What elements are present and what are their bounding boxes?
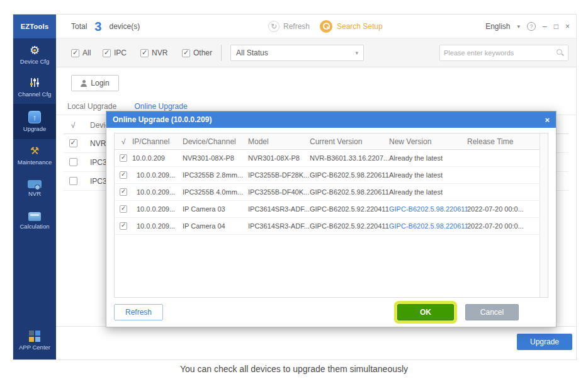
- table-row[interactable]: 10.0.0.209 NVR301-08X-P8 NVR301-08X-P8 N…: [115, 150, 548, 167]
- select-all-header[interactable]: √: [64, 121, 82, 130]
- ip-cell: 10.0.0.209...: [132, 205, 183, 213]
- device-cell: IP Camera 04: [183, 222, 248, 230]
- upgrade-table: √ IP/Channel Device/Channel Model Curren…: [114, 133, 548, 298]
- top-bar: EZTools Total 3 device(s) ↻ Refresh Sear…: [13, 14, 576, 38]
- ip-cell: 10.0.0.209...: [132, 171, 183, 179]
- status-dropdown[interactable]: All Status ▾: [230, 45, 364, 61]
- new-version-cell: Already the latest: [389, 188, 467, 196]
- ok-button[interactable]: OK: [397, 304, 454, 320]
- checkbox-icon[interactable]: [71, 49, 79, 57]
- sidebar-item-label: Device Cfg: [20, 58, 49, 65]
- ip-cell: 10.0.0.209...: [132, 222, 183, 230]
- divider: [221, 45, 222, 61]
- checkbox-icon[interactable]: [140, 49, 149, 57]
- table-row[interactable]: 10.0.0.209... IP Camera 03 IPC3614SR3-AD…: [115, 201, 548, 218]
- model-cell: NVR301-08X-P8: [248, 154, 310, 162]
- sidebar-item-nvr[interactable]: NVR: [13, 172, 56, 205]
- total-count: 3: [94, 20, 101, 33]
- sidebar-item-maintenance[interactable]: ⚒ Maintenance: [13, 139, 56, 172]
- search-icon[interactable]: [557, 49, 564, 57]
- close-button[interactable]: ×: [565, 22, 570, 31]
- device-cell: IPC3255B 2.8mm...: [183, 171, 248, 179]
- column-header-device: Device/Channel: [183, 137, 248, 146]
- table-row[interactable]: 10.0.0.209... IPC3255B 4.0mm... IPC3255B…: [115, 184, 548, 201]
- help-icon[interactable]: ?: [527, 22, 536, 31]
- gear-icon: ⚙: [30, 45, 40, 56]
- column-header-new-version: New Version: [389, 137, 467, 146]
- minimize-button[interactable]: –: [543, 22, 547, 31]
- device-cell: NVR301-08X-P8: [183, 154, 248, 162]
- column-header-release-time: Release Time: [467, 137, 540, 146]
- login-button[interactable]: Login: [71, 75, 119, 91]
- sidebar-item-label: Calculation: [20, 223, 50, 230]
- dialog-close-icon[interactable]: ×: [545, 116, 550, 124]
- sidebar-item-channel-cfg[interactable]: Channel Cfg: [13, 71, 56, 104]
- model-cell: IPC3614SR3-ADF...: [248, 205, 310, 213]
- checkbox-other[interactable]: Other: [182, 48, 212, 57]
- row-checkbox[interactable]: [69, 139, 77, 147]
- table-row[interactable]: 10.0.0.209... IP Camera 04 IPC3614SR3-AD…: [115, 218, 548, 235]
- row-checkbox[interactable]: [120, 188, 127, 196]
- model-cell: IPC3255B-DF40K...: [248, 188, 310, 196]
- current-version-cell: GIPC-B6202.5.92.220411: [310, 205, 389, 213]
- keyword-search-box[interactable]: [439, 45, 568, 61]
- checkbox-all[interactable]: All: [71, 48, 91, 57]
- new-version-cell: GIPC-B6202.5.98.220611: [389, 222, 467, 230]
- model-cell: IPC3614SR3-ADF...: [248, 222, 310, 230]
- search-setup-button[interactable]: Search Setup: [320, 14, 383, 38]
- refresh-button[interactable]: ↻ Refresh: [268, 14, 310, 38]
- table-row[interactable]: 10.0.0.209... IPC3255B 2.8mm... IPC3255B…: [115, 167, 548, 184]
- sidebar-item-app-center[interactable]: APP Center: [13, 324, 56, 357]
- ip-cell: 10.0.0.209: [132, 154, 183, 162]
- filter-bar: All IPC NVR Other All Status ▾: [56, 38, 576, 67]
- dialog-title-bar[interactable]: Online Upgrade (10.0.0.209) ×: [106, 111, 556, 128]
- upgrade-table-header: √ IP/Channel Device/Channel Model Curren…: [115, 133, 548, 150]
- scrollbar[interactable]: [540, 133, 548, 297]
- upgrade-button[interactable]: Upgrade: [517, 334, 572, 350]
- checkbox-nvr[interactable]: NVR: [140, 48, 167, 57]
- sidebar-item-label: APP Center: [19, 344, 50, 351]
- row-checkbox[interactable]: [69, 158, 77, 166]
- language-selector[interactable]: English: [485, 22, 510, 31]
- window-controls: English ▾ ? – □ ×: [485, 14, 570, 38]
- status-dropdown-value: All Status: [236, 48, 268, 57]
- dialog-refresh-button[interactable]: Refresh: [114, 304, 163, 320]
- sidebar-item-upgrade[interactable]: ↑ Upgrade: [13, 104, 56, 139]
- refresh-label: Refresh: [283, 22, 310, 31]
- sidebar-item-device-cfg[interactable]: ⚙ Device Cfg: [13, 38, 56, 71]
- eztools-logo: EZTools: [13, 14, 56, 38]
- checkbox-ipc[interactable]: IPC: [103, 48, 127, 57]
- row-checkbox[interactable]: [120, 154, 127, 162]
- sidebar-item-calculation[interactable]: Calculation: [13, 205, 56, 237]
- new-version-cell: Already the latest: [389, 171, 467, 179]
- person-icon: [81, 80, 87, 87]
- total-label: Total: [71, 22, 87, 31]
- cancel-button[interactable]: Cancel: [465, 304, 519, 320]
- row-checkbox[interactable]: [120, 222, 127, 230]
- checkbox-label: IPC: [114, 48, 127, 57]
- search-input[interactable]: [444, 49, 557, 57]
- calculator-icon: [28, 212, 41, 221]
- current-version-cell: GIPC-B6202.5.98.220611: [310, 171, 389, 179]
- checkbox-icon[interactable]: [182, 49, 190, 57]
- ip-cell: 10.0.0.209...: [132, 188, 183, 196]
- row-checkbox[interactable]: [69, 177, 77, 185]
- dialog-title: Online Upgrade (10.0.0.209): [113, 115, 212, 124]
- row-checkbox[interactable]: [120, 171, 127, 179]
- current-version-cell: NVR-B3601.33.16.2207...: [310, 154, 389, 162]
- select-all-header[interactable]: √: [115, 137, 132, 146]
- current-version-cell: GIPC-B6202.5.92.220411: [310, 222, 389, 230]
- maximize-button[interactable]: □: [554, 22, 558, 31]
- current-version-cell: GIPC-B6202.5.98.220611: [310, 188, 389, 196]
- release-time-cell: 2022-07-20 00:0...: [467, 222, 540, 230]
- chevron-down-icon: ▾: [355, 50, 358, 56]
- model-cell: IPC3255B-DF28K...: [248, 171, 310, 179]
- checkbox-icon[interactable]: [103, 49, 111, 57]
- chevron-down-icon[interactable]: ▾: [517, 23, 521, 30]
- screenshot-page: EZTools Total 3 device(s) ↻ Refresh Sear…: [0, 0, 588, 379]
- nvr-device-icon: [28, 180, 42, 188]
- device-cell: IP Camera 03: [183, 205, 248, 213]
- app-grid-icon: [29, 331, 40, 342]
- row-checkbox[interactable]: [120, 205, 127, 213]
- sidebar: ⚙ Device Cfg Channel Cfg ↑: [13, 38, 56, 359]
